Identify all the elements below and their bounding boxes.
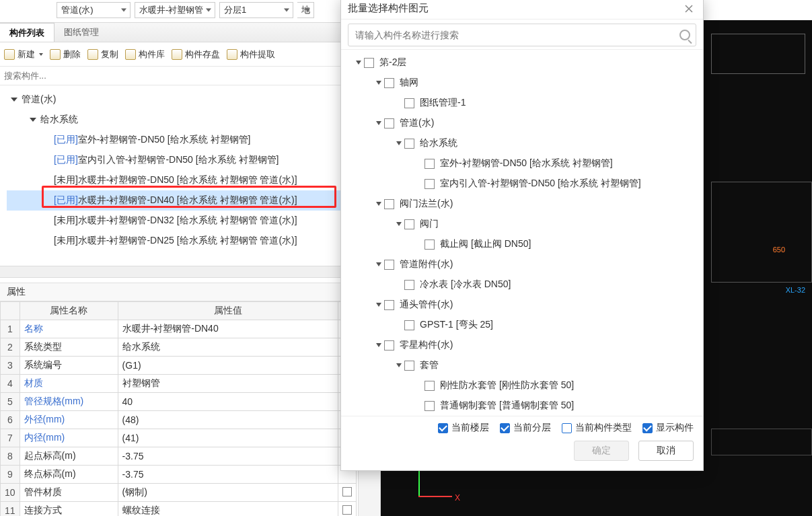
dialog-tree-node[interactable]: 室外-衬塑钢管-DN50 [给水系统 衬塑钢管] [349, 153, 700, 174]
tree-node-category[interactable]: 管道(水) [7, 89, 350, 110]
checkbox-icon[interactable] [384, 78, 394, 88]
dialog-tree-node[interactable]: 室内引入管-衬塑钢管-DN50 [给水系统 衬塑钢管] [349, 174, 700, 194]
checkbox-icon[interactable] [425, 381, 435, 391]
tree-item[interactable]: [已用] 室外-衬塑钢管-DN50 [给水系统 衬塑钢管] [7, 130, 350, 150]
attr-value[interactable]: 水暖井-衬塑钢管-DN40 [118, 320, 338, 338]
checkbox-icon[interactable] [384, 300, 394, 310]
chevron-down-icon[interactable] [396, 363, 402, 367]
tree-item[interactable]: [未用] 水暖井-衬塑钢管-DN25 [给水系统 衬塑钢管 管道(水)] [7, 231, 350, 251]
close-button[interactable] [681, 1, 696, 16]
attr-value[interactable]: (41) [118, 429, 338, 447]
filter-layer-dropdown[interactable]: 分层1 [219, 2, 293, 18]
library-button[interactable]: 构件库 [125, 48, 165, 61]
attr-value[interactable]: 衬塑钢管 [118, 375, 338, 393]
attr-value[interactable]: -3.75 [118, 447, 338, 466]
attr-value[interactable]: 给水系统 [118, 338, 338, 357]
dialog-tree-node[interactable]: 截止阀 [截止阀 DN50] [349, 234, 700, 254]
chevron-down-icon[interactable] [396, 141, 402, 145]
dialog-tree-node[interactable]: 刚性防水套管 [刚性防水套管 50] [349, 375, 700, 396]
tab-component-list[interactable]: 构件列表 [0, 23, 54, 42]
save-component-button[interactable]: 构件存盘 [172, 48, 220, 61]
checkbox-icon[interactable] [404, 98, 414, 108]
tree-item[interactable]: [未用] 水暖井-衬塑钢管-DN32 [给水系统 衬塑钢管 管道(水)] [7, 211, 350, 231]
attr-row[interactable]: 4材质衬塑钢管 [1, 375, 357, 393]
chk-current-layer[interactable]: 当前分层 [500, 422, 551, 434]
checkbox-icon[interactable] [425, 159, 435, 169]
tree-item[interactable]: [已用] 室内引入管-衬塑钢管-DN50 [给水系统 衬塑钢管] [7, 150, 350, 170]
chevron-down-icon[interactable] [376, 81, 381, 85]
tree-node-system[interactable]: 给水系统 [7, 110, 350, 130]
dialog-tree-node[interactable]: 零星构件(水) [349, 335, 700, 355]
checkbox-icon[interactable] [425, 179, 435, 189]
horizontal-splitter[interactable] [0, 266, 357, 278]
attr-value[interactable]: (G1) [118, 357, 338, 375]
chevron-down-icon[interactable] [376, 202, 381, 206]
dialog-tree-node[interactable]: 图纸管理-1 [349, 93, 700, 113]
attr-row[interactable]: 6外径(mm)(48) [1, 411, 357, 429]
chk-current-floor[interactable]: 当前楼层 [438, 422, 489, 434]
attr-value[interactable]: 螺纹连接 [118, 502, 338, 517]
dialog-tree-node[interactable]: 轴网 [349, 73, 700, 93]
tab-drawing-management[interactable]: 图纸管理 [54, 23, 108, 42]
chevron-down-icon[interactable] [396, 222, 402, 226]
new-button[interactable]: 新建 [4, 48, 43, 61]
attr-row[interactable]: 10管件材质(钢制) [1, 484, 357, 502]
filter-component-dropdown[interactable]: 水暖井-衬塑钢管 [135, 2, 215, 18]
checkbox-icon[interactable] [425, 239, 435, 250]
checkbox-icon[interactable] [404, 361, 414, 371]
dialog-search-input[interactable] [354, 29, 679, 41]
chevron-down-icon[interactable] [376, 343, 381, 347]
extract-component-button[interactable]: 构件提取 [227, 48, 275, 61]
dialog-tree-node[interactable]: 阀门法兰(水) [349, 194, 700, 214]
component-search-input[interactable] [0, 67, 340, 85]
checkbox-icon[interactable] [404, 280, 414, 290]
chevron-down-icon[interactable] [376, 303, 381, 307]
checkbox-icon[interactable] [404, 219, 414, 229]
dialog-tree[interactable]: 第-2层轴网图纸管理-1管道(水)给水系统室外-衬塑钢管-DN50 [给水系统 … [341, 49, 703, 416]
ok-button[interactable]: 确定 [574, 441, 629, 461]
dialog-tree-node[interactable]: 普通钢制套管 [普通钢制套管 50] [349, 396, 700, 416]
chevron-down-icon[interactable] [376, 262, 381, 266]
chk-show-component[interactable]: 显示构件 [642, 422, 694, 434]
attr-row[interactable]: 1名称水暖井-衬塑钢管-DN40 [1, 320, 357, 338]
checkbox-icon[interactable] [384, 340, 394, 351]
dialog-tree-node[interactable]: 阀门 [349, 214, 700, 234]
attr-extra[interactable] [338, 502, 357, 517]
checkbox-icon[interactable] [384, 199, 394, 209]
attr-row[interactable]: 8起点标高(m)-3.75 [1, 447, 357, 466]
attr-extra[interactable] [338, 484, 357, 502]
dialog-tree-node[interactable]: 给水系统 [349, 133, 700, 153]
copy-button[interactable]: 复制 [87, 48, 118, 61]
attr-value[interactable]: 40 [118, 393, 338, 411]
search-icon[interactable] [679, 30, 690, 40]
attr-row[interactable]: 11连接方式螺纹连接 [1, 502, 357, 517]
attr-value[interactable]: (钢制) [118, 484, 338, 502]
dialog-titlebar[interactable]: 批量选择构件图元 [341, 0, 703, 20]
tree-item[interactable]: [已用] 水暖井-衬塑钢管-DN40 [给水系统 衬塑钢管 管道(水)] [7, 190, 350, 211]
checkbox-icon[interactable] [384, 260, 394, 270]
checkbox-icon[interactable] [425, 401, 435, 411]
dialog-tree-node[interactable]: GPST-1 [弯头 25] [349, 315, 700, 335]
filter-category-dropdown[interactable]: 管道(水) [57, 2, 131, 18]
cancel-button[interactable]: 取消 [638, 441, 694, 461]
dialog-tree-node[interactable]: 套管 [349, 355, 700, 375]
dialog-tree-node[interactable]: 第-2层 [349, 52, 700, 73]
checkbox-icon[interactable] [404, 139, 414, 149]
filter-floor-dropdown[interactable]: 地 [297, 2, 314, 18]
chevron-down-icon[interactable] [376, 121, 381, 125]
tree-item[interactable]: [未用] 水暖井-衬塑钢管-DN50 [给水系统 衬塑钢管 管道(水)] [7, 170, 350, 190]
dialog-tree-node[interactable]: 管道(水) [349, 113, 700, 133]
attr-value[interactable]: (48) [118, 411, 338, 429]
attr-row[interactable]: 5管径规格(mm)40 [1, 393, 357, 411]
delete-button[interactable]: 删除 [50, 48, 81, 61]
dialog-tree-node[interactable]: 冷水表 [冷水表 DN50] [349, 274, 700, 295]
checkbox-icon[interactable] [364, 58, 374, 68]
dialog-tree-node[interactable]: 管道附件(水) [349, 254, 700, 274]
attr-value[interactable]: -3.75 [118, 466, 338, 484]
attr-row[interactable]: 3系统编号(G1) [1, 357, 357, 375]
attr-row[interactable]: 9终点标高(m)-3.75 [1, 466, 357, 484]
attr-row[interactable]: 7内径(mm)(41) [1, 429, 357, 447]
checkbox-icon[interactable] [384, 118, 394, 128]
checkbox-icon[interactable] [404, 320, 414, 330]
dialog-tree-node[interactable]: 通头管件(水) [349, 295, 700, 315]
